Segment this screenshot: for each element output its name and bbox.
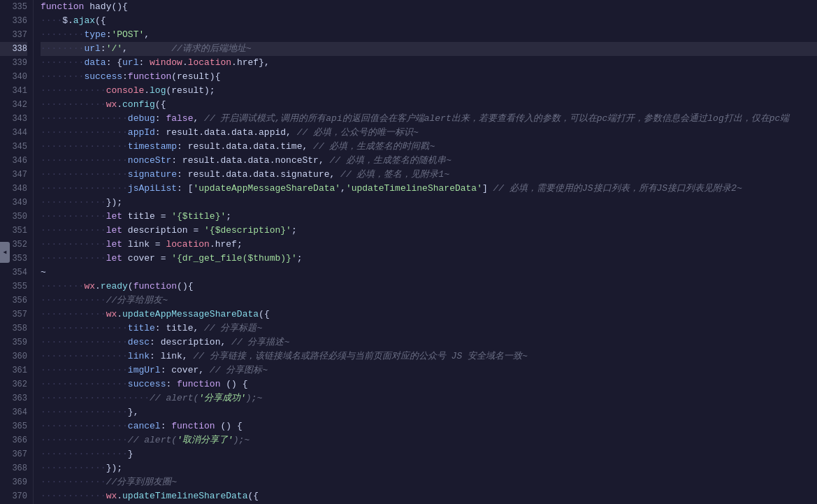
line-number: 358 — [0, 322, 27, 336]
line-number: 343 — [0, 112, 27, 126]
code-line: ················debug: false, // 开启调试模式,… — [41, 112, 817, 126]
line-number: 357 — [0, 308, 27, 322]
code-line: ················success: function () { — [41, 377, 817, 391]
line-number: 350 — [0, 210, 27, 224]
code-line: ················appId: result.data.data.… — [41, 126, 817, 140]
code-line: ················}, — [41, 405, 817, 419]
line-number: 364 — [0, 405, 27, 419]
code-line: ················title: title, // 分享标题~ — [41, 322, 817, 336]
code-line: ············console.log(result); — [41, 84, 817, 98]
line-number: 346 — [0, 154, 27, 168]
code-line: ············//分享给朋友~ — [41, 294, 817, 308]
code-line: ····················// alert('分享成功');~ — [41, 391, 817, 405]
code-line: ················timestamp: result.data.d… — [41, 140, 817, 154]
line-number: 348 — [0, 182, 27, 196]
line-number: 344 — [0, 126, 27, 140]
code-line: ················cancel: function () { — [41, 419, 817, 433]
line-number: 360 — [0, 350, 27, 363]
line-number: 362 — [0, 377, 27, 391]
code-line: ············let title = '{$title}'; — [41, 210, 817, 224]
line-number: 347 — [0, 168, 27, 182]
code-line: ········data: {url: window.location.href… — [41, 56, 817, 70]
line-number: 340 — [0, 70, 27, 84]
line-number: 367 — [0, 447, 27, 461]
code-line: ~ — [41, 266, 817, 280]
line-number: 337 — [0, 28, 27, 42]
code-line: ············wx.updateAppMessageShareData… — [41, 308, 817, 322]
code-line: ················desc: description, // 分享… — [41, 336, 817, 350]
line-number: 341 — [0, 84, 27, 98]
code-line: ········type:'POST', — [41, 28, 817, 42]
code-line: ············}); — [41, 196, 817, 210]
line-number: 370 — [0, 489, 27, 503]
code-line: ················nonceStr: result.data.da… — [41, 154, 817, 168]
code-line: ············wx.config({ — [41, 98, 817, 112]
code-line: ················} — [41, 447, 817, 461]
left-collapse-tab[interactable] — [0, 242, 10, 263]
line-number: 338 — [0, 42, 27, 56]
line-number: 366 — [0, 433, 27, 447]
line-number: 359 — [0, 336, 27, 350]
line-number: 349 — [0, 196, 27, 210]
line-number: 355 — [0, 280, 27, 294]
line-number: 369 — [0, 475, 27, 489]
code-line: ········url:'/', //请求的后端地址~ — [41, 42, 817, 56]
line-number: 351 — [0, 224, 27, 238]
code-line: ············let link = location.href; — [41, 238, 817, 252]
code-line: function hady(){ — [41, 0, 817, 14]
code-line: ················jsApiList: ['updateAppMe… — [41, 182, 817, 196]
line-number: 361 — [0, 363, 27, 377]
code-line: ····$.ajax({ — [41, 14, 817, 28]
line-number: 335 — [0, 0, 27, 14]
code-line: ············//分享到朋友圈~ — [41, 475, 817, 489]
code-line: ················signature: result.data.d… — [41, 168, 817, 182]
code-area[interactable]: function hady(){····$.ajax({········type… — [34, 0, 817, 504]
code-line: ············wx.updateTimelineShareData({ — [41, 489, 817, 503]
code-line: ············let cover = '{dr_get_file($t… — [41, 252, 817, 266]
code-line: ················link: link, // 分享链接，该链接域… — [41, 350, 817, 363]
line-number: 354 — [0, 266, 27, 280]
code-line: ················imgUrl: cover, // 分享图标~ — [41, 363, 817, 377]
line-number: 365 — [0, 419, 27, 433]
line-number: 368 — [0, 461, 27, 475]
code-line: ········wx.ready(function(){ — [41, 280, 817, 294]
editor-container: 3353363373383393403413423433443453463473… — [0, 0, 817, 504]
code-line: ············let description = '{$descrip… — [41, 224, 817, 238]
line-number: 339 — [0, 56, 27, 70]
line-number: 363 — [0, 391, 27, 405]
code-line: ········success:function(result){ — [41, 70, 817, 84]
code-line: ················// alert('取消分享了');~ — [41, 433, 817, 447]
line-number: 336 — [0, 14, 27, 28]
code-line: ············}); — [41, 461, 817, 475]
line-number: 345 — [0, 140, 27, 154]
line-number: 356 — [0, 294, 27, 308]
line-number: 342 — [0, 98, 27, 112]
